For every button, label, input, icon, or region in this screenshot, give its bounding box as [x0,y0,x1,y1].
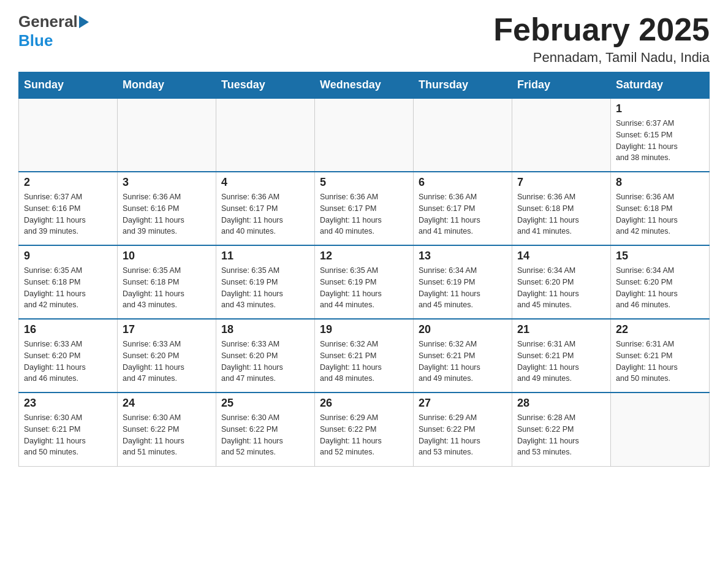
day-info: Sunrise: 6:34 AM Sunset: 6:20 PM Dayligh… [616,265,704,311]
calendar-week-row: 23Sunrise: 6:30 AM Sunset: 6:21 PM Dayli… [19,393,710,466]
day-number: 17 [123,323,211,336]
calendar-cell: 1Sunrise: 6:37 AM Sunset: 6:15 PM Daylig… [611,98,710,172]
calendar-cell: 27Sunrise: 6:29 AM Sunset: 6:22 PM Dayli… [414,393,512,466]
location-title: Pennadam, Tamil Nadu, India [493,50,710,66]
day-number: 1 [616,102,704,115]
day-number: 8 [616,176,704,189]
day-info: Sunrise: 6:30 AM Sunset: 6:21 PM Dayligh… [24,412,112,458]
day-number: 4 [221,176,309,189]
calendar-cell: 17Sunrise: 6:33 AM Sunset: 6:20 PM Dayli… [118,319,216,393]
calendar-cell: 23Sunrise: 6:30 AM Sunset: 6:21 PM Dayli… [19,393,118,466]
calendar-cell: 8Sunrise: 6:36 AM Sunset: 6:18 PM Daylig… [611,172,710,245]
calendar-week-row: 9Sunrise: 6:35 AM Sunset: 6:18 PM Daylig… [19,245,710,319]
calendar-cell: 5Sunrise: 6:36 AM Sunset: 6:17 PM Daylig… [315,172,414,245]
calendar-cell: 18Sunrise: 6:33 AM Sunset: 6:20 PM Dayli… [216,319,315,393]
month-title: February 2025 [493,12,710,47]
calendar-cell: 20Sunrise: 6:32 AM Sunset: 6:21 PM Dayli… [414,319,512,393]
weekday-header-sunday: Sunday [19,72,118,99]
weekday-header-saturday: Saturday [611,72,710,99]
weekday-header-monday: Monday [118,72,216,99]
day-info: Sunrise: 6:29 AM Sunset: 6:22 PM Dayligh… [320,412,408,458]
day-number: 23 [24,397,112,410]
calendar-cell [414,98,512,172]
day-info: Sunrise: 6:36 AM Sunset: 6:17 PM Dayligh… [419,191,507,237]
day-info: Sunrise: 6:37 AM Sunset: 6:16 PM Dayligh… [24,191,112,237]
day-number: 26 [320,397,408,410]
day-info: Sunrise: 6:34 AM Sunset: 6:19 PM Dayligh… [419,265,507,311]
day-info: Sunrise: 6:30 AM Sunset: 6:22 PM Dayligh… [123,412,211,458]
calendar-cell: 3Sunrise: 6:36 AM Sunset: 6:16 PM Daylig… [118,172,216,245]
day-number: 24 [123,397,211,410]
calendar-cell: 9Sunrise: 6:35 AM Sunset: 6:18 PM Daylig… [19,245,118,319]
day-info: Sunrise: 6:36 AM Sunset: 6:17 PM Dayligh… [221,191,309,237]
day-info: Sunrise: 6:36 AM Sunset: 6:17 PM Dayligh… [320,191,408,237]
calendar-cell: 2Sunrise: 6:37 AM Sunset: 6:16 PM Daylig… [19,172,118,245]
calendar-table: SundayMondayTuesdayWednesdayThursdayFrid… [18,72,710,467]
day-info: Sunrise: 6:32 AM Sunset: 6:21 PM Dayligh… [320,339,408,385]
day-info: Sunrise: 6:35 AM Sunset: 6:19 PM Dayligh… [221,265,309,311]
day-number: 21 [517,323,605,336]
calendar-week-row: 16Sunrise: 6:33 AM Sunset: 6:20 PM Dayli… [19,319,710,393]
calendar-cell: 7Sunrise: 6:36 AM Sunset: 6:18 PM Daylig… [512,172,611,245]
calendar-header-row: SundayMondayTuesdayWednesdayThursdayFrid… [19,72,710,99]
day-number: 19 [320,323,408,336]
day-number: 15 [616,250,704,262]
day-number: 28 [517,397,605,410]
day-number: 2 [24,176,112,189]
calendar-cell: 14Sunrise: 6:34 AM Sunset: 6:20 PM Dayli… [512,245,611,319]
day-number: 16 [24,323,112,336]
calendar-cell [611,393,710,466]
day-info: Sunrise: 6:31 AM Sunset: 6:21 PM Dayligh… [517,339,605,385]
calendar-cell: 25Sunrise: 6:30 AM Sunset: 6:22 PM Dayli… [216,393,315,466]
calendar-cell: 13Sunrise: 6:34 AM Sunset: 6:19 PM Dayli… [414,245,512,319]
calendar-cell: 24Sunrise: 6:30 AM Sunset: 6:22 PM Dayli… [118,393,216,466]
day-info: Sunrise: 6:33 AM Sunset: 6:20 PM Dayligh… [123,339,211,385]
day-number: 7 [517,176,605,189]
day-number: 5 [320,176,408,189]
calendar-cell: 19Sunrise: 6:32 AM Sunset: 6:21 PM Dayli… [315,319,414,393]
calendar-cell: 10Sunrise: 6:35 AM Sunset: 6:18 PM Dayli… [118,245,216,319]
day-number: 13 [419,250,507,262]
calendar-cell: 22Sunrise: 6:31 AM Sunset: 6:21 PM Dayli… [611,319,710,393]
day-info: Sunrise: 6:33 AM Sunset: 6:20 PM Dayligh… [221,339,309,385]
calendar-week-row: 1Sunrise: 6:37 AM Sunset: 6:15 PM Daylig… [19,98,710,172]
calendar-cell: 21Sunrise: 6:31 AM Sunset: 6:21 PM Dayli… [512,319,611,393]
day-info: Sunrise: 6:32 AM Sunset: 6:21 PM Dayligh… [419,339,507,385]
day-number: 6 [419,176,507,189]
page-header: General Blue February 2025 Pennadam, Tam… [18,12,710,66]
day-info: Sunrise: 6:35 AM Sunset: 6:18 PM Dayligh… [24,265,112,311]
calendar-cell: 6Sunrise: 6:36 AM Sunset: 6:17 PM Daylig… [414,172,512,245]
day-number: 18 [221,323,309,336]
calendar-cell: 26Sunrise: 6:29 AM Sunset: 6:22 PM Dayli… [315,393,414,466]
calendar-cell: 15Sunrise: 6:34 AM Sunset: 6:20 PM Dayli… [611,245,710,319]
day-number: 27 [419,397,507,410]
day-number: 20 [419,323,507,336]
day-info: Sunrise: 6:33 AM Sunset: 6:20 PM Dayligh… [24,339,112,385]
day-info: Sunrise: 6:36 AM Sunset: 6:18 PM Dayligh… [616,191,704,237]
day-number: 25 [221,397,309,410]
weekday-header-friday: Friday [512,72,611,99]
day-info: Sunrise: 6:36 AM Sunset: 6:16 PM Dayligh… [123,191,211,237]
day-number: 12 [320,250,408,262]
calendar-cell [512,98,611,172]
day-info: Sunrise: 6:30 AM Sunset: 6:22 PM Dayligh… [221,412,309,458]
day-number: 9 [24,250,112,262]
day-info: Sunrise: 6:35 AM Sunset: 6:19 PM Dayligh… [320,265,408,311]
calendar-cell: 12Sunrise: 6:35 AM Sunset: 6:19 PM Dayli… [315,245,414,319]
weekday-header-wednesday: Wednesday [315,72,414,99]
day-number: 3 [123,176,211,189]
calendar-cell [315,98,414,172]
logo-general-text: General [18,12,78,31]
calendar-cell: 28Sunrise: 6:28 AM Sunset: 6:22 PM Dayli… [512,393,611,466]
calendar-cell: 11Sunrise: 6:35 AM Sunset: 6:19 PM Dayli… [216,245,315,319]
weekday-header-tuesday: Tuesday [216,72,315,99]
day-number: 10 [123,250,211,262]
day-info: Sunrise: 6:34 AM Sunset: 6:20 PM Dayligh… [517,265,605,311]
calendar-week-row: 2Sunrise: 6:37 AM Sunset: 6:16 PM Daylig… [19,172,710,245]
day-number: 11 [221,250,309,262]
day-info: Sunrise: 6:31 AM Sunset: 6:21 PM Dayligh… [616,339,704,385]
calendar-cell [19,98,118,172]
logo-chevron-icon [79,16,89,28]
weekday-header-thursday: Thursday [414,72,512,99]
day-info: Sunrise: 6:29 AM Sunset: 6:22 PM Dayligh… [419,412,507,458]
